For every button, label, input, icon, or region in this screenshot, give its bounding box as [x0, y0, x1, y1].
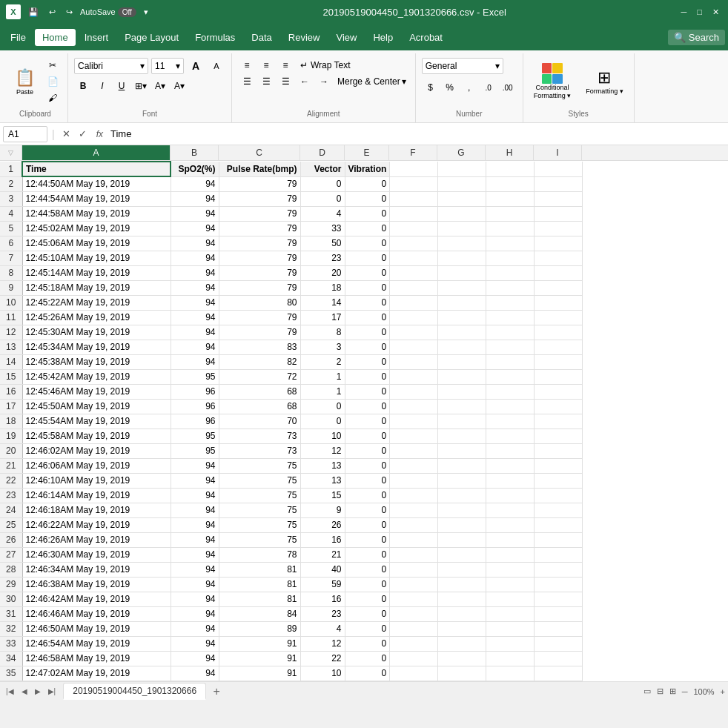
cell-I24[interactable]: [535, 503, 583, 517]
cell-F25[interactable]: [390, 517, 438, 532]
cell-A34[interactable]: 12:46:58AM May 19, 2019: [22, 651, 171, 666]
cell-I32[interactable]: [535, 621, 583, 636]
cell-C27[interactable]: 78: [219, 547, 300, 562]
cell-G5[interactable]: [438, 221, 486, 236]
cell-E11[interactable]: 0: [345, 310, 390, 325]
cell-C6[interactable]: 79: [219, 236, 300, 251]
row-num-24[interactable]: 24: [0, 503, 22, 517]
cell-A2[interactable]: 12:44:50AM May 19, 2019: [22, 176, 171, 191]
row-num-1[interactable]: 1: [0, 162, 22, 176]
align-right-button[interactable]: ☰: [277, 74, 294, 89]
customize-btn[interactable]: ▾: [141, 6, 151, 19]
cell-B31[interactable]: 94: [171, 606, 219, 621]
formula-cancel-button[interactable]: ✕: [59, 127, 74, 142]
cell-G25[interactable]: [438, 517, 486, 532]
cell-D18[interactable]: 0: [300, 414, 345, 428]
menu-formulas[interactable]: Formulas: [188, 29, 242, 46]
cell-G22[interactable]: [438, 473, 486, 488]
cell-E16[interactable]: 0: [345, 384, 390, 399]
cell-B33[interactable]: 94: [171, 636, 219, 651]
cell-B10[interactable]: 94: [171, 295, 219, 310]
percent-button[interactable]: %: [441, 80, 459, 95]
cell-D19[interactable]: 10: [300, 428, 345, 443]
cell-I35[interactable]: [535, 666, 583, 681]
cell-A9[interactable]: 12:45:18AM May 19, 2019: [22, 280, 171, 295]
zoom-in-button[interactable]: +: [721, 687, 725, 696]
cell-C22[interactable]: 75: [219, 473, 300, 488]
cell-D26[interactable]: 16: [300, 532, 345, 547]
cell-A12[interactable]: 12:45:30AM May 19, 2019: [22, 325, 171, 340]
format-painter-button[interactable]: 🖌: [44, 90, 62, 105]
cell-D27[interactable]: 21: [300, 547, 345, 562]
cell-I19[interactable]: [535, 428, 583, 443]
view-pagebreak-button[interactable]: ⊞: [669, 686, 676, 696]
col-header-H[interactable]: H: [486, 145, 534, 160]
cell-B16[interactable]: 96: [171, 384, 219, 399]
cell-F24[interactable]: [390, 503, 438, 517]
cell-D9[interactable]: 18: [300, 280, 345, 295]
cell-F17[interactable]: [390, 399, 438, 414]
cell-B15[interactable]: 95: [171, 369, 219, 384]
cell-H32[interactable]: [486, 621, 535, 636]
cell-B27[interactable]: 94: [171, 547, 219, 562]
align-top-right-button[interactable]: ≡: [277, 58, 294, 73]
row-num-32[interactable]: 32: [0, 621, 22, 636]
cell-F22[interactable]: [390, 473, 438, 488]
save-button[interactable]: 💾: [25, 6, 42, 19]
cell-D6[interactable]: 50: [300, 236, 345, 251]
align-left-button[interactable]: ☰: [238, 74, 256, 89]
cell-F15[interactable]: [390, 369, 438, 384]
row-num-11[interactable]: 11: [0, 310, 22, 325]
cell-E10[interactable]: 0: [345, 295, 390, 310]
cell-D25[interactable]: 26: [300, 517, 345, 532]
cell-I18[interactable]: [535, 414, 583, 428]
cell-G13[interactable]: [438, 340, 486, 354]
cell-D17[interactable]: 0: [300, 399, 345, 414]
cell-B28[interactable]: 94: [171, 562, 219, 577]
cell-C14[interactable]: 82: [219, 354, 300, 369]
cell-D30[interactable]: 16: [300, 592, 345, 606]
cell-A32[interactable]: 12:46:50AM May 19, 2019: [22, 621, 171, 636]
cell-F1[interactable]: [390, 162, 438, 176]
cell-A16[interactable]: 12:45:46AM May 19, 2019: [22, 384, 171, 399]
cell-G1[interactable]: [438, 162, 486, 176]
cell-F26[interactable]: [390, 532, 438, 547]
cell-G15[interactable]: [438, 369, 486, 384]
cell-B22[interactable]: 94: [171, 473, 219, 488]
cell-C25[interactable]: 75: [219, 517, 300, 532]
col-header-E[interactable]: E: [345, 145, 389, 160]
cell-F4[interactable]: [390, 206, 438, 221]
align-top-left-button[interactable]: ≡: [238, 58, 256, 73]
menu-view[interactable]: View: [328, 29, 364, 46]
cell-E5[interactable]: 0: [345, 221, 390, 236]
cell-E14[interactable]: 0: [345, 354, 390, 369]
undo-button[interactable]: ↩: [46, 6, 59, 19]
font-color-button[interactable]: A▾: [171, 79, 188, 93]
cell-I13[interactable]: [535, 340, 583, 354]
cell-F7[interactable]: [390, 251, 438, 265]
wrap-text-button[interactable]: ↵ Wrap Text: [296, 58, 355, 73]
minimize-button[interactable]: ─: [678, 6, 690, 18]
cell-E4[interactable]: 0: [345, 206, 390, 221]
cell-A11[interactable]: 12:45:26AM May 19, 2019: [22, 310, 171, 325]
cell-F19[interactable]: [390, 428, 438, 443]
grid-container[interactable]: 1 Time SpO2(%) Pulse Rate(bmp) Vector Vi…: [0, 161, 728, 681]
cell-A25[interactable]: 12:46:22AM May 19, 2019: [22, 517, 171, 532]
highlight-button[interactable]: A▾: [151, 79, 169, 93]
menu-page-layout[interactable]: Page Layout: [117, 29, 186, 46]
cell-A20[interactable]: 12:46:02AM May 19, 2019: [22, 443, 171, 458]
cell-F28[interactable]: [390, 562, 438, 577]
cell-F5[interactable]: [390, 221, 438, 236]
cell-D28[interactable]: 40: [300, 562, 345, 577]
cell-E9[interactable]: 0: [345, 280, 390, 295]
cell-I6[interactable]: [535, 236, 583, 251]
formula-confirm-button[interactable]: ✓: [76, 127, 90, 142]
zoom-out-button[interactable]: ─: [682, 687, 688, 696]
cell-G10[interactable]: [438, 295, 486, 310]
cell-E1[interactable]: Vibration: [345, 162, 390, 176]
indent-inc-button[interactable]: →: [315, 74, 333, 89]
format-as-table-button[interactable]: ⊞ Formatting ▾: [581, 65, 628, 99]
cell-I21[interactable]: [535, 458, 583, 473]
cell-D10[interactable]: 14: [300, 295, 345, 310]
cell-F11[interactable]: [390, 310, 438, 325]
